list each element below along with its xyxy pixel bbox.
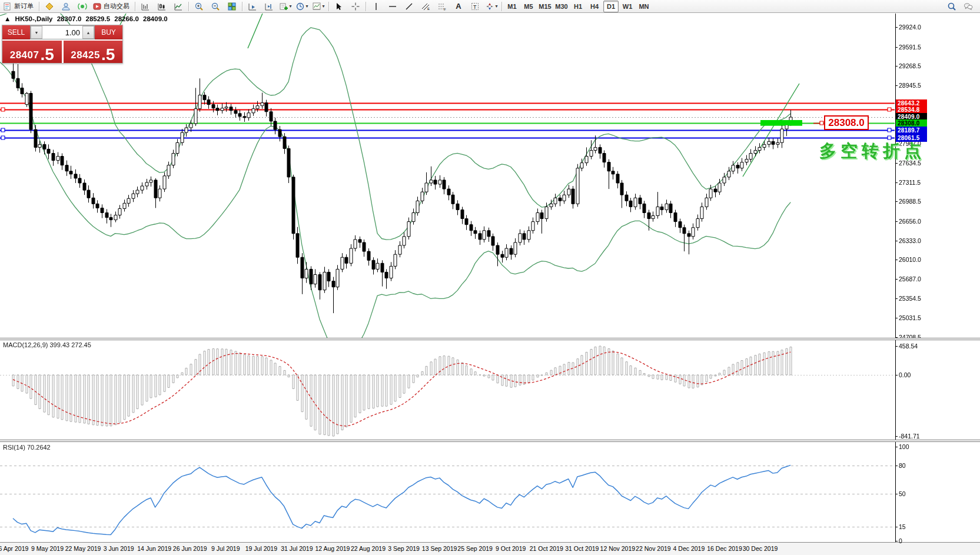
price-chart-canvas[interactable] [0, 0, 980, 555]
templates-button[interactable]: ▾ [310, 0, 327, 13]
price-axis-tick: 26988.5 [899, 198, 921, 205]
price-tag-28534.8: 28534.8 [896, 106, 927, 114]
turning-point-annotation[interactable]: 多空转折点 [819, 139, 925, 163]
price-axis-tick: 28945.5 [899, 82, 921, 89]
timeframe-button-H1[interactable]: H1 [570, 1, 586, 12]
auto-trading-label: 自动交易 [102, 2, 131, 11]
buy-price-main: 28425 [71, 49, 100, 61]
chart-autoscroll-icon [264, 2, 274, 11]
price-level-annotation-box[interactable]: 28308.0 [824, 115, 869, 130]
line-chart-button[interactable] [170, 0, 187, 13]
rsi-axis-tick: 80 [899, 462, 906, 469]
auto-trading-button[interactable]: 自动交易 [91, 0, 133, 13]
broadcast-icon [78, 2, 87, 11]
sell-price-button[interactable]: 28407 .5 [2, 41, 62, 63]
macd-signal-value: 272.45 [71, 341, 91, 348]
support-highlight-rectangle[interactable] [760, 120, 802, 125]
timeframe-button-W1[interactable]: W1 [620, 1, 635, 12]
crosshair-icon [351, 2, 360, 11]
new-order-button[interactable]: 新订单 [1, 0, 37, 13]
cursor-icon [334, 2, 344, 11]
time-axis-label: 9 Oct 2019 [496, 545, 526, 552]
periods-button[interactable]: ▾ [294, 0, 310, 13]
search-button[interactable] [944, 0, 960, 13]
volume-increase-button[interactable]: ▲ [82, 26, 94, 39]
rsi-axis-tick: 100 [899, 443, 909, 450]
search-icon [947, 2, 956, 11]
time-axis-label: 12 Aug 2019 [315, 545, 350, 552]
timeframe-button-M1[interactable]: M1 [504, 1, 520, 12]
macd-value: 399.43 [49, 341, 69, 348]
price-axis-tick: 29268.5 [899, 62, 921, 69]
zoom-out-button[interactable] [207, 0, 224, 13]
time-axis-label: 22 Nov 2019 [636, 545, 671, 552]
open-value: 28307.0 [57, 15, 82, 22]
profile-button[interactable] [58, 0, 74, 13]
chart-autoscroll-button[interactable] [261, 0, 277, 13]
timeframe-button-D1[interactable]: D1 [603, 1, 619, 12]
text-label-tool-button[interactable]: T [467, 0, 483, 13]
indicators-add-button[interactable]: ▾ [277, 0, 294, 13]
price-axis-tick: 26656.0 [899, 218, 921, 225]
volume-decrease-button[interactable]: ▼ [31, 26, 42, 39]
time-axis-label: 9 May 2019 [31, 545, 64, 552]
price-axis-tick: 26333.0 [899, 237, 921, 244]
vertical-line-tool-button[interactable] [368, 0, 384, 13]
time-axis-label: 31 Oct 2019 [565, 545, 599, 552]
time-axis-label: 16 Dec 2019 [707, 545, 742, 552]
time-axis-label: 22 May 2019 [65, 545, 101, 552]
timeframe-button-M30[interactable]: M30 [554, 1, 569, 12]
chart-shift-button[interactable] [244, 0, 261, 13]
timeframe-button-H4[interactable]: H4 [587, 1, 602, 12]
zoom-in-icon [194, 2, 204, 11]
tile-windows-icon [227, 2, 237, 11]
timeframe-button-M15[interactable]: M15 [537, 1, 553, 12]
zoom-out-icon [211, 2, 220, 11]
fibonacci-icon: F [437, 2, 447, 11]
sell-button[interactable]: SELL [2, 25, 30, 39]
time-axis-label: 26 Jun 2019 [173, 545, 207, 552]
chat-button[interactable] [960, 0, 976, 13]
timeframe-button-MN[interactable]: MN [636, 1, 652, 12]
price-tag-28189.7: 28189.7 [896, 127, 927, 134]
timeframe-button-M5[interactable]: M5 [521, 1, 536, 12]
equidistant-channel-icon: E [421, 2, 430, 11]
text-tool-button[interactable]: A [450, 0, 467, 13]
text-tool-icon: A [456, 2, 461, 11]
fibonacci-tool-button[interactable]: F [434, 0, 450, 13]
instrument-button[interactable] [41, 0, 58, 13]
dropdown-caret-icon: ▾ [289, 4, 291, 9]
time-axis-label: 22 Aug 2019 [351, 545, 386, 552]
candlestick-chart-icon [157, 2, 167, 11]
equidistant-channel-tool-button[interactable]: E [417, 0, 434, 13]
tile-windows-button[interactable] [224, 0, 240, 13]
crosshair-tool-button[interactable] [347, 0, 364, 13]
separator [328, 2, 329, 11]
volume-input[interactable] [42, 26, 82, 39]
broadcast-button[interactable] [74, 0, 91, 13]
auto-trading-icon [92, 2, 102, 11]
price-axis-tick: 25354.5 [899, 295, 921, 302]
bar-chart-button[interactable] [137, 0, 154, 13]
trendline-tool-button[interactable] [401, 0, 417, 13]
zoom-in-button[interactable] [191, 0, 207, 13]
buy-button[interactable]: BUY [95, 25, 122, 39]
cursor-tool-button[interactable] [331, 0, 347, 13]
rsi-axis-tick: 15 [899, 523, 906, 530]
low-value: 28266.0 [114, 15, 139, 22]
arrows-icon [485, 2, 494, 11]
arrows-tool-button[interactable]: ▾ [483, 0, 500, 13]
svg-text:E: E [427, 7, 430, 11]
high-value: 28529.5 [86, 15, 111, 22]
dropdown-caret-icon: ▾ [495, 4, 497, 9]
trendline-icon [404, 2, 414, 11]
pane-separator[interactable] [0, 440, 980, 442]
collapse-arrow-icon[interactable]: ▲ [4, 15, 11, 22]
buy-price-button[interactable]: 28425 .5 [64, 41, 123, 63]
buy-price-frac: .5 [101, 48, 115, 61]
text-label-icon: T [470, 2, 480, 11]
candlestick-chart-button[interactable] [154, 0, 170, 13]
clock-icon [295, 2, 305, 11]
pane-separator[interactable] [0, 338, 980, 340]
horizontal-line-tool-button[interactable] [384, 0, 401, 13]
